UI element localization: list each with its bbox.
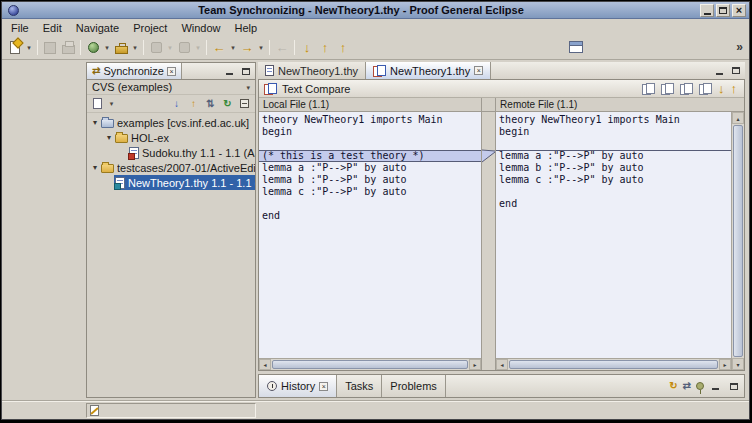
copy-all-right-to-left-icon[interactable] <box>661 83 674 94</box>
both-mode-button[interactable]: ⇅ <box>203 96 218 111</box>
minimize-icon <box>704 13 711 15</box>
maximize-view-button[interactable] <box>727 381 740 392</box>
refresh-icon[interactable]: ↻ <box>669 381 677 391</box>
menu-edit[interactable]: Edit <box>36 20 69 36</box>
scroll-right-icon[interactable]: ▸ <box>469 359 481 370</box>
perspective-icon[interactable] <box>569 41 583 53</box>
next-change-button[interactable]: ↓ <box>298 38 316 58</box>
expander-icon[interactable]: ▾ <box>90 164 100 172</box>
external-tools-dropdown[interactable]: ▾ <box>130 38 140 58</box>
close-button[interactable]: × <box>732 4 746 17</box>
menu-file[interactable]: File <box>4 20 36 36</box>
new-button[interactable] <box>6 38 24 58</box>
horizontal-scrollbar[interactable]: ◂ ▸ <box>496 358 731 370</box>
workbench-area: ⇄ Synchronize × CVS (examples) ▾ ▾ <box>2 60 749 400</box>
editor-state-icon <box>90 405 99 416</box>
tree-item-testcases[interactable]: testcases/2007-01/ActiveEditorV <box>100 160 255 175</box>
tree-item-newtheory1[interactable]: NewTheory1.thy 1.1 - 1.1 (A <box>114 175 255 190</box>
tab-history[interactable]: History × <box>259 375 337 397</box>
tab-newtheory1-editor[interactable]: NewTheory1.thy <box>258 62 366 79</box>
tab-synchronize[interactable]: ⇄ Synchronize × <box>87 63 182 79</box>
menu-window[interactable]: Window <box>174 20 227 36</box>
forward-dropdown[interactable]: ▾ <box>256 38 266 58</box>
remote-file-pane[interactable]: theory NewTheory1 imports Main begin lem… <box>495 112 744 370</box>
tree-row[interactable]: ▾ HOL-ex <box>87 130 255 145</box>
previous-button: ← <box>273 38 291 58</box>
mode-dropdown[interactable]: ▾ <box>107 96 116 111</box>
collapse-all-button[interactable] <box>237 96 252 111</box>
search-icon <box>151 42 162 53</box>
tab-newtheory1-compare[interactable]: NewTheory1.thy × <box>366 62 491 79</box>
maximize-view-button[interactable] <box>729 65 742 76</box>
code-line <box>259 138 481 150</box>
menu-project[interactable]: Project <box>126 20 174 36</box>
tree-item-sudoku[interactable]: Sudoku.thy 1.1 - 1.1 (ASCII -k <box>128 145 255 160</box>
tab-problems[interactable]: Problems <box>382 375 445 397</box>
debug-dropdown[interactable]: ▾ <box>102 38 112 58</box>
tree-row[interactable]: Sudoku.thy 1.1 - 1.1 (ASCII -k <box>87 145 255 160</box>
horizontal-scrollbar[interactable]: ◂ ▸ <box>259 358 481 370</box>
dropdown-caret-icon: ▾ <box>259 44 263 51</box>
dropdown-caret-icon: ▾ <box>168 44 172 51</box>
external-tools-button[interactable] <box>112 38 130 58</box>
menu-help[interactable]: Help <box>228 20 265 36</box>
local-file-pane[interactable]: theory NewTheory1 imports Main begin (* … <box>259 112 482 370</box>
copy-all-left-to-right-icon[interactable] <box>642 83 655 94</box>
scrollbar-thumb[interactable] <box>509 360 718 369</box>
tree-row[interactable]: NewTheory1.thy 1.1 - 1.1 (A <box>87 175 255 190</box>
tree-row[interactable]: ▾ testcases/2007-01/ActiveEditorV <box>87 160 255 175</box>
close-tab-icon[interactable]: × <box>319 382 328 391</box>
forward-button[interactable]: → <box>238 38 256 58</box>
scroll-left-icon[interactable]: ◂ <box>259 359 271 370</box>
search-button <box>147 38 165 58</box>
tree-item-examples[interactable]: examples [cvs.inf.ed.ac.uk] <box>100 115 255 130</box>
refresh-button[interactable]: ↻ <box>220 96 235 111</box>
minimize-button[interactable] <box>700 4 714 17</box>
mode-button[interactable] <box>90 96 105 111</box>
scrollbar-thumb[interactable] <box>272 360 468 369</box>
debug-button[interactable] <box>84 38 102 58</box>
scroll-right-icon[interactable]: ▸ <box>719 359 731 370</box>
tree-row[interactable]: ▾ examples [cvs.inf.ed.ac.uk] <box>87 115 255 130</box>
outgoing-mode-button[interactable]: ↑ <box>186 96 201 111</box>
synchronization-selector[interactable]: CVS (examples) ▾ <box>87 80 255 95</box>
menu-navigate[interactable]: Navigate <box>69 20 126 36</box>
vertical-scrollbar[interactable]: ▴ ▾ <box>731 112 744 370</box>
scroll-up-icon[interactable]: ▴ <box>732 112 744 124</box>
minimize-icon <box>712 388 719 390</box>
scrollbar-thumb[interactable] <box>733 125 743 357</box>
copy-current-right-to-left-icon[interactable] <box>699 83 712 94</box>
minimize-view-button[interactable] <box>713 65 726 76</box>
local-file-content[interactable]: theory NewTheory1 imports Main begin (* … <box>259 112 481 358</box>
tab-tasks[interactable]: Tasks <box>337 375 382 397</box>
pin-icon[interactable] <box>696 382 704 390</box>
back-dropdown[interactable]: ▾ <box>228 38 238 58</box>
compare-toolbar: ↓ ↑ <box>642 82 739 95</box>
scroll-down-icon[interactable]: ▾ <box>732 358 744 370</box>
tree-item-hol-ex[interactable]: HOL-ex <box>114 130 255 145</box>
minimize-view-button[interactable] <box>223 66 236 77</box>
previous-difference-icon[interactable]: ↑ <box>731 82 738 95</box>
next-difference-icon[interactable]: ↓ <box>718 82 725 95</box>
code-line: end <box>259 210 481 222</box>
toolbar-overflow-chevron[interactable]: » <box>736 40 743 54</box>
expander-icon[interactable]: ▾ <box>104 134 114 142</box>
scroll-left-icon[interactable]: ◂ <box>496 359 508 370</box>
commit-button[interactable]: ↑ <box>334 38 352 58</box>
previous-change-button[interactable]: ↑ <box>316 38 334 58</box>
incoming-mode-button[interactable]: ↓ <box>169 96 184 111</box>
close-tab-icon[interactable]: × <box>474 66 483 75</box>
close-tab-icon[interactable]: × <box>167 67 176 76</box>
compare-icon <box>264 83 277 94</box>
new-dropdown[interactable]: ▾ <box>24 38 34 58</box>
copy-current-left-to-right-icon[interactable] <box>680 83 693 94</box>
titlebar[interactable]: Team Synchronizing - NewTheory1.thy - Pr… <box>2 2 749 19</box>
maximize-view-button[interactable] <box>239 66 252 77</box>
maximize-button[interactable] <box>716 4 730 17</box>
remote-file-content[interactable]: theory NewTheory1 imports Main begin lem… <box>496 112 731 358</box>
minimize-view-button[interactable] <box>709 381 722 392</box>
link-with-editor-icon[interactable]: ⇄ <box>683 381 691 391</box>
chevron-down-icon[interactable]: ▾ <box>246 84 250 91</box>
back-button[interactable]: ← <box>210 38 228 58</box>
expander-icon[interactable]: ▾ <box>90 119 100 127</box>
